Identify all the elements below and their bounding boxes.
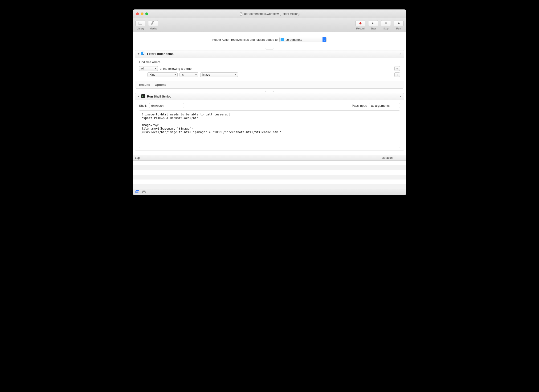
action-run-shell-script: Run Shell Script × Shell: /bin/bash Pass…	[135, 93, 404, 151]
action-footer: Results Options	[135, 81, 404, 88]
receives-folder-value: screenshots	[285, 38, 302, 41]
record-icon	[358, 21, 363, 25]
svg-point-3	[360, 22, 362, 24]
terminal-icon	[141, 94, 145, 99]
pass-input-label: Pass input:	[352, 104, 367, 107]
receives-folder-select[interactable]: screenshots	[279, 37, 327, 42]
play-icon	[396, 21, 401, 25]
pass-input-select[interactable]: as arguments	[369, 103, 400, 108]
shell-value: /bin/bash	[151, 104, 164, 107]
match-scope-text: of the following are true	[160, 67, 192, 70]
library-label: Library	[136, 27, 144, 30]
stop-button[interactable]: Stop	[380, 20, 392, 30]
list-view-icon	[135, 190, 139, 194]
record-button[interactable]: Record	[355, 20, 366, 30]
automator-window: ocr-screenshots.workflow (Folder Action)…	[133, 10, 406, 195]
library-icon	[138, 21, 143, 25]
action-filter-finder-items: Filter Finder Items × Find files where: …	[135, 50, 404, 89]
stop-label: Stop	[383, 27, 389, 30]
media-button[interactable]: Media	[147, 20, 159, 30]
variables-view-button[interactable]	[142, 190, 146, 194]
step-button[interactable]: Step	[367, 20, 379, 30]
svg-point-8	[142, 53, 143, 53]
log-row	[133, 161, 406, 165]
log-rows	[133, 161, 406, 189]
svg-rect-1	[139, 22, 140, 25]
document-icon	[240, 12, 243, 15]
notch-divider	[135, 90, 404, 92]
close-window-button[interactable]	[136, 13, 139, 15]
variables-icon	[142, 190, 146, 194]
step-icon	[371, 21, 375, 25]
log-row	[133, 184, 406, 189]
log-column-header[interactable]: Log	[133, 156, 380, 160]
stop-icon	[384, 21, 388, 25]
pass-input-value: as arguments	[371, 104, 390, 107]
shell-select[interactable]: /bin/bash	[149, 103, 184, 108]
svg-rect-0	[240, 13, 242, 15]
action-header: Run Shell Script ×	[135, 93, 404, 100]
log-row	[133, 175, 406, 179]
close-action-button[interactable]: ×	[399, 52, 401, 56]
traffic-lights	[133, 13, 148, 15]
script-textarea[interactable]: # image-to-html needs to be able to call…	[139, 111, 400, 148]
svg-point-9	[144, 53, 144, 53]
window-title-text: ocr-screenshots.workflow (Folder Action)	[244, 12, 300, 15]
options-tab[interactable]: Options	[155, 83, 166, 87]
chevron-updown-icon	[390, 103, 392, 108]
titlebar: ocr-screenshots.workflow (Folder Action)	[133, 10, 406, 18]
log-row	[133, 170, 406, 175]
svg-rect-5	[385, 22, 387, 24]
add-rule-button[interactable]: +	[394, 72, 400, 77]
action-title: Filter Finder Items	[147, 52, 174, 56]
duration-column-header[interactable]: Duration	[380, 156, 406, 160]
zoom-window-button[interactable]	[145, 13, 148, 15]
match-scope-select[interactable]: All	[139, 66, 158, 71]
bottombar	[133, 189, 406, 195]
toolbar: Library Media Record Step Stop	[133, 18, 406, 32]
log-row	[133, 165, 406, 170]
finder-icon	[141, 52, 145, 56]
run-label: Run	[396, 27, 401, 30]
chevron-updown-icon	[164, 103, 166, 108]
folder-action-receives: Folder Action receives files and folders…	[133, 32, 406, 47]
svg-rect-10	[141, 94, 145, 98]
minimize-window-button[interactable]	[141, 13, 144, 15]
run-button[interactable]: Run	[393, 20, 404, 30]
action-header: Filter Finder Items ×	[135, 50, 404, 58]
folder-icon	[281, 38, 284, 41]
workflow-view-button[interactable]	[135, 190, 139, 194]
record-label: Record	[356, 27, 364, 30]
results-tab[interactable]: Results	[139, 83, 150, 87]
log-row	[133, 179, 406, 184]
rule-operator-select[interactable]: is	[179, 72, 198, 77]
step-label: Step	[371, 27, 376, 30]
close-action-button[interactable]: ×	[399, 95, 401, 98]
svg-rect-7	[143, 52, 145, 55]
workflow-area: Filter Finder Items × Find files where: …	[133, 49, 406, 155]
notch-divider	[133, 47, 406, 49]
svg-rect-12	[143, 191, 145, 192]
receives-text: Folder Action receives files and folders…	[212, 38, 278, 41]
media-label: Media	[149, 27, 157, 30]
rule-value-select[interactable]: image	[200, 72, 238, 77]
chevron-updown-icon	[322, 37, 326, 42]
filter-prompt: Find files where:	[139, 60, 400, 64]
disclosure-triangle-icon[interactable]	[138, 53, 140, 55]
disclosure-triangle-icon[interactable]	[138, 96, 140, 97]
svg-rect-2	[140, 22, 142, 25]
add-rule-group-button[interactable]: +	[394, 66, 400, 71]
svg-rect-4	[374, 22, 374, 24]
action-title: Run Shell Script	[147, 95, 171, 98]
shell-label: Shell:	[139, 104, 147, 107]
svg-rect-13	[143, 192, 145, 193]
media-icon	[151, 21, 155, 25]
window-title: ocr-screenshots.workflow (Folder Action)	[133, 12, 406, 15]
rule-attribute-select[interactable]: Kind	[148, 72, 178, 77]
library-button[interactable]: Library	[135, 20, 146, 30]
log-header: Log Duration	[133, 155, 406, 161]
